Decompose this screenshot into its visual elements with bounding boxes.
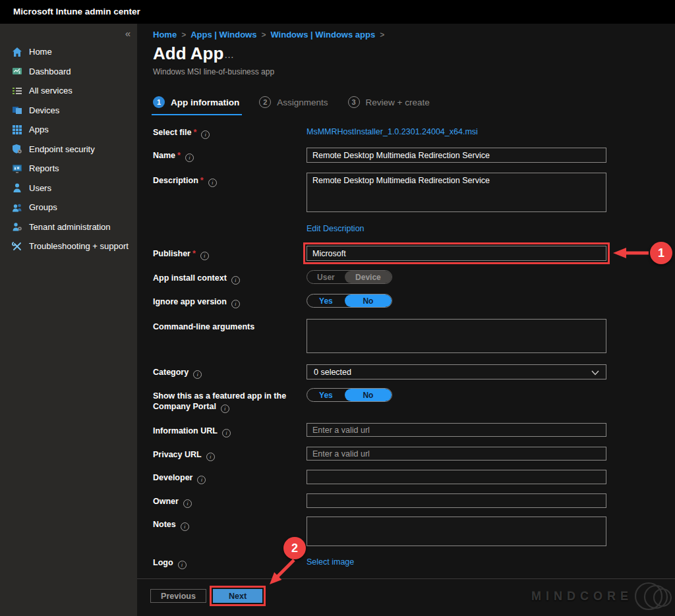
name-input[interactable]	[307, 148, 606, 163]
sidebar-item-devices[interactable]: Devices	[0, 101, 137, 121]
tab-number-badge: 2	[259, 96, 271, 108]
breadcrumb-separator: >	[256, 30, 270, 40]
field-publisher: Publisher*i	[153, 246, 667, 261]
info-icon[interactable]: i	[206, 453, 215, 461]
information-url-input[interactable]	[307, 423, 606, 437]
toggle-option-no[interactable]: No	[345, 294, 392, 307]
notes-textarea[interactable]	[307, 517, 606, 546]
previous-button[interactable]: Previous	[150, 589, 206, 603]
breadcrumb: Home>Apps | Windows>Windows | Windows ap…	[153, 30, 389, 40]
edit-description-row: Edit Description	[153, 222, 667, 234]
field-privacy-url: Privacy URLi	[153, 447, 667, 461]
privacy-url-input[interactable]	[307, 447, 606, 461]
page-subtitle: Windows MSI line-of-business app	[153, 67, 274, 76]
home-icon	[12, 47, 22, 57]
all-services-icon	[12, 86, 22, 96]
toggle-option-no[interactable]: No	[345, 389, 392, 401]
chevron-down-icon	[591, 366, 599, 378]
command-line-arguments-textarea[interactable]	[307, 319, 606, 353]
breadcrumb-windows-apps[interactable]: Windows | Windows apps	[270, 30, 375, 40]
wizard-tabs: 1 App information 2 Assignments 3 Review…	[153, 96, 430, 108]
app-title: Microsoft Intune admin center	[13, 0, 140, 24]
sidebar-collapse-icon[interactable]: «	[125, 28, 131, 39]
info-icon[interactable]: i	[181, 522, 189, 531]
sidebar: « Home Dashboard All services Devices Ap…	[0, 24, 137, 616]
app-install-context-toggle: User Device	[307, 270, 392, 284]
field-featured-app: Show this as a featured app in the Compa…	[153, 388, 667, 413]
info-icon[interactable]: i	[185, 154, 194, 162]
required-asterisk: *	[200, 176, 204, 185]
devices-icon	[12, 105, 22, 115]
troubleshooting-icon	[12, 241, 22, 252]
toggle-option-user: User	[307, 271, 345, 283]
toggle-option-yes[interactable]: Yes	[307, 389, 345, 401]
sidebar-nav: Home Dashboard All services Devices Apps…	[0, 42, 137, 256]
users-icon	[12, 182, 22, 193]
breadcrumb-separator: >	[375, 30, 389, 40]
sidebar-item-endpoint-security[interactable]: Endpoint security	[0, 140, 137, 159]
next-button[interactable]: Next	[213, 589, 262, 603]
info-icon[interactable]: i	[200, 252, 209, 260]
ignore-app-version-toggle[interactable]: Yes No	[307, 294, 392, 308]
context-menu-icon[interactable]: …	[224, 49, 235, 60]
apps-icon	[12, 125, 22, 135]
reports-icon	[12, 163, 22, 174]
sidebar-item-groups[interactable]: Groups	[0, 198, 137, 217]
groups-icon	[12, 202, 22, 213]
breadcrumb-home[interactable]: Home	[153, 30, 177, 40]
required-asterisk: *	[193, 128, 196, 137]
sidebar-item-users[interactable]: Users	[0, 179, 137, 198]
watermark-text: MINDCORE	[531, 590, 633, 603]
toggle-option-yes[interactable]: Yes	[307, 294, 345, 307]
owner-input[interactable]	[307, 493, 606, 508]
endpoint-security-icon	[12, 144, 22, 154]
field-owner: Owneri	[153, 493, 667, 508]
info-icon[interactable]: i	[221, 405, 229, 413]
sidebar-item-home[interactable]: Home	[0, 42, 137, 62]
info-icon[interactable]: i	[231, 276, 240, 285]
developer-input[interactable]	[307, 470, 606, 484]
edit-description-link[interactable]: Edit Description	[307, 224, 365, 233]
description-textarea[interactable]: Remote Desktop Multimedia Redirection Se…	[307, 173, 606, 212]
tab-assignments[interactable]: 2 Assignments	[259, 96, 328, 108]
sidebar-item-apps[interactable]: Apps	[0, 120, 137, 140]
watermark-logo-icon	[634, 577, 675, 615]
field-developer: Developeri	[153, 470, 667, 484]
footer-divider	[137, 578, 675, 579]
required-asterisk: *	[192, 249, 196, 258]
field-logo: Logoi Select image	[153, 555, 667, 569]
sidebar-item-dashboard[interactable]: Dashboard	[0, 62, 137, 82]
info-icon[interactable]: i	[231, 300, 240, 308]
tab-app-information[interactable]: 1 App information	[153, 96, 239, 108]
featured-app-toggle[interactable]: Yes No	[307, 388, 392, 402]
info-icon[interactable]: i	[183, 499, 192, 508]
field-app-install-context: App install contexti User Device	[153, 270, 667, 285]
tab-review-create[interactable]: 3 Review + create	[348, 96, 430, 108]
field-select-file: Select file*i MsMMRHostInstaller_1.0.230…	[153, 125, 667, 139]
publisher-input[interactable]	[307, 246, 606, 261]
top-bar: Microsoft Intune admin center	[0, 0, 675, 24]
info-icon[interactable]: i	[193, 370, 202, 379]
info-icon[interactable]: i	[197, 476, 206, 484]
sidebar-item-troubleshooting-support[interactable]: Troubleshooting + support	[0, 237, 137, 256]
info-icon[interactable]: i	[178, 561, 187, 569]
selected-file-link[interactable]: MsMMRHostInstaller_1.0.2301.24004_x64.ms…	[307, 125, 478, 136]
category-dropdown[interactable]: 0 selected	[307, 364, 606, 379]
info-icon[interactable]: i	[201, 130, 210, 139]
page-title: Add App	[153, 43, 223, 64]
select-image-link[interactable]: Select image	[307, 555, 354, 567]
tab-number-badge: 3	[348, 96, 360, 108]
tenant-administration-icon	[12, 221, 22, 232]
required-asterisk: *	[177, 151, 181, 160]
field-command-line-arguments: Command-line arguments	[153, 319, 667, 356]
breadcrumb-apps-windows[interactable]: Apps | Windows	[191, 30, 256, 40]
sidebar-item-tenant-administration[interactable]: Tenant administration	[0, 217, 137, 237]
info-icon[interactable]: i	[222, 429, 231, 437]
info-icon[interactable]: i	[208, 179, 217, 187]
content-area: Home>Apps | Windows>Windows | Windows ap…	[137, 24, 675, 616]
field-notes: Notesi	[153, 517, 667, 549]
field-description: Description*i Remote Desktop Multimedia …	[153, 173, 667, 215]
sidebar-item-reports[interactable]: Reports	[0, 159, 137, 179]
sidebar-item-all-services[interactable]: All services	[0, 81, 137, 101]
toggle-option-device: Device	[345, 271, 392, 283]
